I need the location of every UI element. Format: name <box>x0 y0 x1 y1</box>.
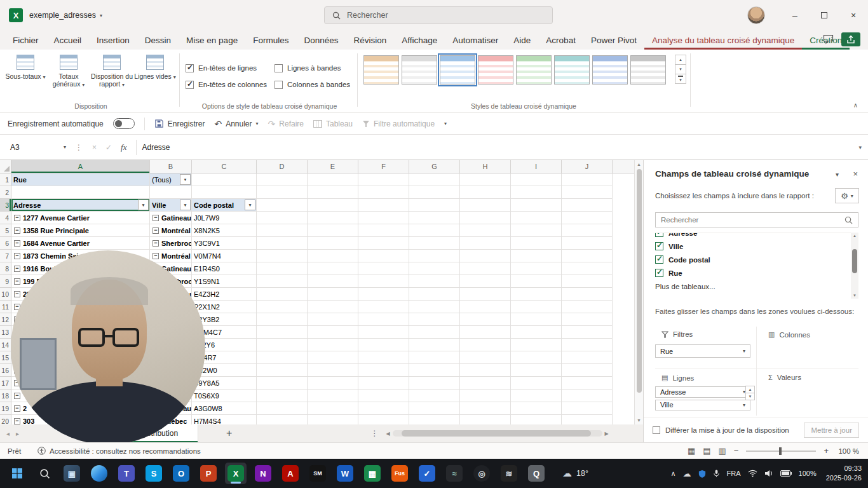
cell-adresse[interactable]: 1358 Rue Principale <box>11 224 150 237</box>
minimize-button[interactable]: – <box>780 0 810 30</box>
filter-dropdown-icon[interactable]: ▾ <box>245 200 255 210</box>
cell-adresse[interactable]: 1277 Avenue Cartier <box>11 212 150 224</box>
more-tables-link[interactable]: Plus de tableaux... <box>655 280 858 294</box>
ribbon-tab[interactable]: Dessin <box>137 30 179 50</box>
ribbon-tab[interactable]: Power Pivot <box>583 30 644 50</box>
vertical-scrollbar[interactable]: ▲ ▼ <box>634 160 643 424</box>
row-number[interactable]: 17 <box>0 377 11 390</box>
collapse-icon[interactable] <box>153 240 159 247</box>
close-button[interactable]: × <box>839 0 868 30</box>
pivot-style-thumbnail[interactable] <box>478 55 513 85</box>
taskbar-app-skype[interactable]: S <box>143 463 165 484</box>
row-number[interactable]: 5 <box>0 224 11 237</box>
tools-gear-button[interactable]: ⚙▾ <box>835 188 859 203</box>
collapse-ribbon-icon[interactable]: ∧ <box>853 102 858 109</box>
cell-code-postal[interactable]: P2X1N2 <box>192 301 257 313</box>
more-icon[interactable]: ⋮ <box>370 429 378 438</box>
table-button[interactable]: Tableau <box>313 119 353 128</box>
collapse-icon[interactable] <box>14 240 20 247</box>
undo-button[interactable]: ↶Annuler▾ <box>214 119 258 129</box>
gallery-more-icon[interactable]: ▾ <box>675 74 686 84</box>
pivot-style-thumbnail[interactable] <box>440 55 475 85</box>
search-box[interactable]: Rechercher <box>324 6 553 24</box>
column-header-G[interactable]: G <box>409 160 460 173</box>
zoom-in-icon[interactable]: + <box>824 446 829 456</box>
row-number[interactable]: 3 <box>0 199 11 212</box>
zoom-level[interactable]: 100 % <box>836 447 859 455</box>
taskbar-app-camera[interactable]: ◎ <box>471 463 492 484</box>
field-item[interactable]: Adresse <box>655 233 858 240</box>
collapse-icon[interactable] <box>153 227 159 234</box>
tray-chevron-icon[interactable]: ∧ <box>671 470 676 478</box>
fields-scrollbar[interactable]: ▲ ▼ <box>851 233 858 299</box>
ribbon-tab[interactable]: Données <box>296 30 346 50</box>
scrollbar-thumb[interactable] <box>637 169 642 393</box>
taskbar-app-teams[interactable]: T <box>116 463 137 484</box>
style-option-checkbox[interactable]: Lignes à bandes <box>275 60 358 76</box>
taskbar-app-outlook[interactable]: O <box>170 463 192 484</box>
pivot-style-thumbnail[interactable] <box>516 55 552 85</box>
column-header-J[interactable]: J <box>562 160 613 173</box>
scrollbar-thumb[interactable] <box>402 430 591 437</box>
field-checkbox[interactable] <box>655 242 663 250</box>
column-header-A[interactable]: A <box>11 160 150 173</box>
row-number[interactable]: 6 <box>0 237 11 250</box>
collapse-icon[interactable] <box>14 278 20 285</box>
normal-view-icon[interactable]: ▦ <box>688 446 695 456</box>
ribbon-tab[interactable]: Formules <box>245 30 296 50</box>
row-number[interactable]: 12 <box>0 313 11 326</box>
collapse-icon[interactable] <box>14 266 20 272</box>
cell-A1[interactable]: Rue <box>11 173 150 186</box>
formula-content[interactable]: Adresse <box>142 143 170 152</box>
row-number[interactable]: 20 <box>0 415 11 424</box>
row-number[interactable]: 15 <box>0 351 11 364</box>
ribbon-tab[interactable]: Affichage <box>394 30 445 50</box>
scroll-down-icon[interactable]: ▼ <box>745 393 755 400</box>
row-number[interactable]: 13 <box>0 326 11 339</box>
microphone-icon[interactable] <box>713 469 720 478</box>
column-header-H[interactable]: H <box>460 160 511 173</box>
cell-code-postal[interactable]: V0M7N4 <box>192 250 257 262</box>
cell-B3[interactable]: Ville▾ <box>150 199 192 212</box>
row-number[interactable]: 19 <box>0 402 11 415</box>
style-option-checkbox[interactable]: Colonnes à bandes <box>275 76 358 93</box>
cell-code-postal[interactable]: X8N2K5 <box>192 224 257 237</box>
field-item[interactable]: Ville <box>655 240 858 253</box>
cell-A3-selected[interactable]: Adresse▾ <box>11 199 150 212</box>
scrollbar-thumb[interactable] <box>852 249 857 273</box>
language-indicator[interactable]: FRA <box>727 470 741 477</box>
row-number[interactable]: 10 <box>0 288 11 301</box>
taskbar-app-plug[interactable]: ≈ <box>444 463 465 484</box>
collapse-icon[interactable] <box>14 393 20 399</box>
row-number[interactable]: 18 <box>0 390 11 402</box>
ribbon-button[interactable]: Lignes vides ▾ <box>133 53 177 88</box>
cell-code-postal[interactable]: T0S6X9 <box>192 390 257 402</box>
gallery-up-icon[interactable]: ▴ <box>675 55 686 65</box>
close-icon[interactable]: × <box>853 169 858 179</box>
row-number[interactable]: 7 <box>0 250 11 262</box>
ribbon-tab[interactable]: Fichier <box>5 30 46 50</box>
autosave-toggle[interactable] <box>113 118 135 129</box>
taskbar-app-excel[interactable]: X <box>225 463 247 484</box>
row-number[interactable]: 2 <box>0 186 11 199</box>
style-option-checkbox[interactable]: En-têtes de lignes <box>186 60 275 76</box>
document-title[interactable]: exemple_adresses ▾ <box>29 11 102 20</box>
sheet-nav-left-icon[interactable]: ◂ <box>6 430 10 437</box>
cell-code-postal[interactable]: B9Y8A5 <box>192 377 257 390</box>
cell-code-postal[interactable]: Y1S9N1 <box>192 275 257 288</box>
cell-ville[interactable]: Gatineau <box>150 212 192 224</box>
start-button[interactable] <box>6 463 28 484</box>
cell-code-postal[interactable]: E1R4S0 <box>192 262 257 275</box>
cell-adresse[interactable]: 1684 Avenue Cartier <box>11 237 150 250</box>
ribbon-tab[interactable]: Révision <box>346 30 394 50</box>
column-header-E[interactable]: E <box>308 160 358 173</box>
filter-dropdown-icon[interactable]: ▾ <box>138 200 149 210</box>
column-header-D[interactable]: D <box>257 160 308 173</box>
cell-ville[interactable]: Montréal <box>150 224 192 237</box>
accessibility-status[interactable]: Accessibilité : consultez nos recommanda… <box>37 447 201 455</box>
cell-code-postal[interactable]: A3G0W8 <box>192 402 257 415</box>
share-button[interactable] <box>841 32 860 46</box>
pivot-style-thumbnail[interactable] <box>592 55 628 85</box>
taskbar-app-smr[interactable]: SM <box>307 463 329 484</box>
avatar[interactable] <box>747 6 765 24</box>
